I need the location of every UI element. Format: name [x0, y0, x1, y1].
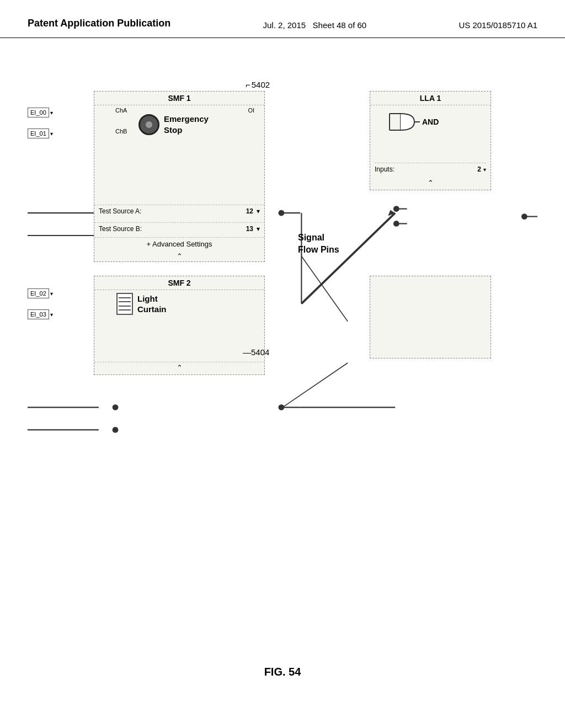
- signal-flow-text: SignalFlow Pins: [298, 233, 339, 254]
- fig-caption: FIG. 54: [0, 666, 565, 678]
- inputs-row: Inputs: 2 ▾: [375, 163, 486, 173]
- date-sheet-info: Jul. 2, 2015 Sheet 48 of 60: [263, 17, 367, 32]
- ei02-label: EI_02: [28, 288, 49, 298]
- chb-label: ChB: [115, 128, 127, 135]
- oi-label: OI: [248, 107, 254, 114]
- light-curtain-label: LightCurtain: [137, 293, 167, 315]
- signal-flow-label: SignalFlow Pins: [298, 232, 339, 256]
- ei01-label: EI_01: [28, 129, 49, 138]
- emstop-area: Emergency Stop: [138, 114, 209, 135]
- and-gate-area: AND: [387, 108, 486, 136]
- ei01-dropdown[interactable]: ▾: [50, 131, 53, 137]
- empty-block: [370, 276, 491, 358]
- svg-point-19: [113, 404, 119, 410]
- emstop-icon: [138, 114, 159, 135]
- svg-point-20: [113, 427, 119, 433]
- test-source-b-label: Test Source B:: [99, 225, 142, 233]
- test-source-b-row: Test Source B: 13 ▾: [94, 222, 264, 235]
- smf2-title: SMF 2: [94, 276, 264, 290]
- lla1-collapse[interactable]: ⌃: [370, 179, 491, 187]
- light-curtain-area: LightCurtain: [116, 293, 167, 315]
- svg-point-15: [278, 210, 284, 216]
- ei01-row: EI_01 ▾: [28, 129, 53, 138]
- ei02-dropdown[interactable]: ▾: [50, 291, 53, 297]
- page-header: Patent Application Publication Jul. 2, 2…: [0, 0, 565, 38]
- pub-date: Jul. 2, 2015: [263, 20, 306, 30]
- diagram-area: 5402 SMF 1 ChA OI ChB Emergency Stop Tes…: [28, 77, 537, 601]
- svg-marker-5: [388, 210, 395, 216]
- smf2-collapse[interactable]: ⌃: [94, 362, 264, 372]
- test-source-a-val: 12: [246, 207, 253, 215]
- ei00-label: EI_00: [28, 108, 49, 117]
- svg-line-23: [282, 363, 348, 408]
- ref-5402: 5402: [246, 80, 270, 89]
- smf1-collapse[interactable]: ⌃: [94, 252, 264, 260]
- publication-title: Patent Application Publication: [28, 17, 170, 30]
- advanced-settings[interactable]: + Advanced Settings: [94, 237, 264, 250]
- smf1-title: SMF 1: [94, 92, 264, 105]
- patent-number: US 2015/0185710 A1: [459, 17, 537, 32]
- ref-5404: —5404: [243, 347, 269, 357]
- sheet-info: Sheet 48 of 60: [313, 20, 367, 30]
- ei00-dropdown[interactable]: ▾: [50, 110, 53, 116]
- ei03-row: EI_03 ▾: [28, 309, 53, 319]
- svg-point-21: [278, 404, 284, 410]
- and-gate-svg: [387, 108, 420, 136]
- lla1-block: LLA 1 AND Inputs: 2 ▾ ⌃: [370, 91, 491, 190]
- test-source-a-label: Test Source A:: [99, 207, 141, 215]
- test-source-b-val: 13: [246, 225, 253, 233]
- ei03-dropdown[interactable]: ▾: [50, 312, 53, 318]
- dropdown-icon-b[interactable]: ▾: [257, 225, 260, 233]
- inputs-dropdown[interactable]: ▾: [483, 167, 486, 173]
- svg-point-17: [393, 221, 399, 227]
- smf1-block: SMF 1 ChA OI ChB Emergency Stop Test Sou…: [94, 91, 265, 262]
- smf2-block: SMF 2 LightCurtain ⌃: [94, 276, 265, 375]
- ei02-row: EI_02 ▾: [28, 288, 53, 298]
- dropdown-icon-a[interactable]: ▾: [257, 207, 260, 215]
- inputs-label: Inputs:: [375, 165, 395, 173]
- cha-label: ChA: [115, 107, 127, 114]
- svg-line-22: [301, 256, 348, 322]
- inputs-val: 2: [477, 165, 481, 173]
- emstop-label: Emergency Stop: [164, 114, 209, 135]
- and-label: AND: [422, 117, 439, 126]
- test-source-a-row: Test Source A: 12 ▾: [94, 205, 264, 217]
- svg-point-18: [521, 213, 527, 220]
- emstop-inner: [146, 121, 152, 128]
- light-curtain-icon: [116, 293, 133, 315]
- ei03-label: EI_03: [28, 309, 49, 319]
- ei00-row: EI_00 ▾: [28, 108, 53, 117]
- svg-point-16: [393, 206, 399, 212]
- lla1-title: LLA 1: [370, 92, 491, 105]
